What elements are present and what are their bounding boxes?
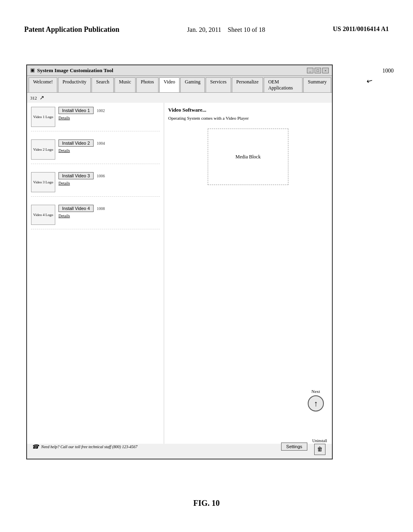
window-controls: _ □ × (307, 68, 329, 73)
panel-subtitle: Operating System comes with a Video Play… (168, 116, 328, 121)
tab-summary[interactable]: Summary (303, 77, 331, 92)
uninstall-area: Uninstall 🗑 (312, 438, 327, 455)
window-title: System Image Customization Tool (37, 67, 113, 74)
publication-title: Patent Application Publication (24, 24, 119, 35)
video2-details-link[interactable]: Details (58, 148, 160, 153)
software-list-panel: Video 1 Logo Install Video 1 1002 Detail… (27, 103, 164, 444)
ref-1008: 1008 (97, 206, 105, 211)
video2-details: Install Video 2 1004 Details (58, 139, 160, 153)
application-window: ▣ System Image Customization Tool _ □ × … (26, 64, 333, 459)
next-area: Next ↑ (308, 389, 324, 411)
info-panel: Video Software... Operating System comes… (164, 103, 332, 444)
arrow-area: 312 ↗ (27, 93, 332, 103)
help-icon: ☎ (32, 443, 39, 450)
ref-1002: 1002 (97, 108, 105, 113)
video3-details: Install Video 3 1006 Details (58, 172, 160, 185)
figure-label: FIG. 10 (193, 499, 220, 508)
video4-details: Install Video 4 1008 Details (58, 205, 160, 218)
video1-details-link[interactable]: Details (58, 116, 160, 120)
next-button[interactable]: ↑ (308, 395, 324, 411)
tab-productivity[interactable]: Productivity (58, 77, 91, 92)
install-video1-button[interactable]: Install Video 1 (58, 107, 94, 114)
next-label: Next (311, 389, 320, 394)
list-item: Video 4 Logo Install Video 4 1008 Detail… (31, 205, 160, 229)
content-area: Video 1 Logo Install Video 1 1002 Detail… (27, 103, 332, 444)
arrow-ref-label: 312 (30, 96, 37, 100)
uninstall-label: Uninstall (312, 438, 327, 443)
video1-details: Install Video 1 1002 Details (58, 107, 160, 120)
list-item: Video 1 Logo Install Video 1 1002 Detail… (31, 107, 160, 131)
ref-1000: 1000 (382, 68, 394, 74)
video1-logo: Video 1 Logo (31, 107, 55, 127)
tab-services[interactable]: Services (206, 77, 231, 92)
video4-install-row: Install Video 4 1008 (58, 205, 160, 212)
ref-1004: 1004 (97, 141, 105, 145)
minimize-button[interactable]: _ (307, 68, 313, 73)
close-button[interactable]: × (322, 68, 329, 73)
ref-arrow-icon: ↙ (365, 76, 375, 87)
help-text: Need help? Call our toll free technical … (41, 445, 138, 449)
tab-gaming[interactable]: Gaming (180, 77, 205, 92)
video3-logo: Video 3 Logo (31, 172, 55, 192)
media-block: Media Block (208, 129, 288, 185)
panel-title: Video Software... (168, 107, 328, 113)
video1-install-row: Install Video 1 1002 (58, 107, 160, 114)
patent-number: US 2011/0016414 A1 (333, 24, 389, 34)
list-item: Video 2 Logo Install Video 2 1004 Detail… (31, 139, 160, 164)
sheet-info: Sheet 10 of 18 (228, 26, 265, 33)
header-center: Jan. 20, 2011 Sheet 10 of 18 (187, 24, 265, 36)
help-section: ☎ Need help? Call our toll free technica… (32, 443, 138, 450)
tab-music[interactable]: Music (115, 77, 136, 92)
bottom-bar: ☎ Need help? Call our toll free technica… (27, 438, 332, 455)
tab-oem[interactable]: OEM Applications (264, 77, 302, 92)
install-video2-button[interactable]: Install Video 2 (58, 139, 94, 147)
install-video3-button[interactable]: Install Video 3 (58, 172, 94, 179)
title-bar: ▣ System Image Customization Tool _ □ × (27, 65, 332, 76)
tab-search[interactable]: Search (92, 77, 114, 92)
install-video4-button[interactable]: Install Video 4 (58, 205, 94, 212)
tab-personalize[interactable]: Personalize (232, 77, 263, 92)
settings-button[interactable]: Settings (281, 443, 308, 451)
video3-details-link[interactable]: Details (58, 181, 160, 185)
video4-details-link[interactable]: Details (58, 214, 160, 218)
tab-video[interactable]: Video (159, 77, 180, 92)
restore-button[interactable]: □ (315, 68, 321, 73)
video4-logo: Video 4 Logo (31, 205, 55, 225)
list-item: Video 3 Logo Install Video 3 1006 Detail… (31, 172, 160, 197)
uninstall-button[interactable]: 🗑 (314, 444, 325, 455)
tab-welcome[interactable]: Welcome! (29, 77, 57, 92)
arrow-pointer-icon: ↗ (40, 94, 44, 101)
pub-date: Jan. 20, 2011 (187, 26, 221, 33)
main-tab-bar: Welcome! Productivity Search Music Photo… (27, 76, 332, 93)
video3-install-row: Install Video 3 1006 (58, 172, 160, 179)
page-header: Patent Application Publication Jan. 20, … (0, 24, 413, 36)
app-icon: ▣ (30, 67, 35, 73)
ref-1006: 1006 (97, 174, 105, 178)
tab-photos[interactable]: Photos (136, 77, 159, 92)
video2-logo: Video 2 Logo (31, 139, 55, 160)
video2-install-row: Install Video 2 1004 (58, 139, 160, 147)
